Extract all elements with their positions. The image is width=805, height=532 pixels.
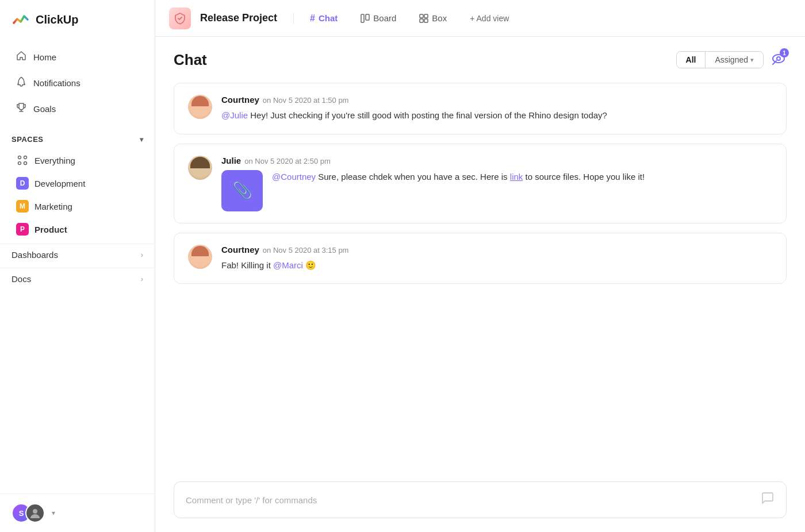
message-3-emoji: 🙂 (305, 260, 316, 270)
svg-point-2 (18, 162, 21, 165)
chat-header: Chat All Assigned ▾ (155, 37, 805, 78)
svg-rect-10 (424, 19, 428, 22)
clickup-logo-icon (12, 10, 30, 29)
user-menu-chevron-icon[interactable]: ▾ (52, 509, 55, 517)
sidebar-goals-label: Goals (33, 104, 56, 114)
sidebar-dashboards[interactable]: Dashboards › (0, 244, 155, 265)
spaces-section-header[interactable]: Spaces ▾ (0, 127, 155, 148)
svg-point-12 (777, 57, 780, 60)
svg-rect-9 (420, 19, 423, 22)
sidebar-home-label: Home (33, 52, 56, 62)
docs-label: Docs (12, 274, 31, 284)
tab-board[interactable]: Board (354, 10, 403, 26)
filter-assigned-tab[interactable]: Assigned ▾ (705, 52, 763, 68)
user-avatars[interactable]: S (12, 503, 45, 523)
message-2-content: @Courtney Sure, please chdek when you ha… (272, 170, 645, 184)
mention-courtney[interactable]: @Courtney (272, 172, 316, 182)
sidebar-item-goals[interactable]: Goals (5, 97, 150, 121)
logo-text: ClickUp (36, 13, 78, 26)
svg-point-0 (18, 156, 21, 159)
logo-area: ClickUp (0, 0, 155, 39)
message-3-content: Fab! Killing it (221, 260, 273, 270)
board-icon (361, 14, 370, 23)
message-1-content: Hey! Just checking if you're still good … (250, 110, 607, 120)
spaces-list: Everything D Development M Marketing P P… (0, 148, 155, 241)
message-3-meta: Courtney on Nov 5 2020 at 3:15 pm (221, 245, 772, 255)
message-2: Julie on Nov 5 2020 at 2:50 pm 📎 @Courtn… (174, 144, 787, 223)
sidebar-item-marketing[interactable]: M Marketing (5, 195, 150, 217)
bell-icon (16, 76, 26, 90)
message-3-time: on Nov 5 2020 at 3:15 pm (263, 246, 349, 255)
message-1: Courtney on Nov 5 2020 at 1:50 pm @Julie… (174, 83, 787, 134)
sidebar-item-development[interactable]: D Development (5, 172, 150, 194)
development-badge: D (16, 177, 29, 190)
sidebar-item-home[interactable]: Home (5, 45, 150, 70)
trophy-icon (16, 102, 26, 115)
watch-button[interactable]: 1 (770, 51, 787, 69)
message-1-time: on Nov 5 2020 at 1:50 pm (263, 96, 349, 105)
tab-box[interactable]: Box (412, 10, 454, 26)
message-3-text: Fab! Killing it @Marci 🙂 (221, 259, 772, 272)
avatar-courtney-1 (188, 95, 212, 119)
tab-box-label: Box (432, 13, 447, 23)
paperclip-icon: 📎 (232, 181, 252, 200)
box-icon (419, 14, 428, 23)
marketing-label: Marketing (34, 202, 72, 211)
comment-placeholder: Comment or type '/' for commands (186, 495, 317, 505)
assigned-chevron-icon: ▾ (750, 56, 754, 64)
sidebar-item-notifications[interactable]: Notifications (5, 71, 150, 95)
product-badge: P (16, 223, 29, 236)
chat-title: Chat (174, 51, 207, 69)
attachment-thumbnail[interactable]: 📎 (221, 170, 263, 211)
message-3-author: Courtney (221, 245, 259, 255)
sidebar-footer: S ▾ (0, 494, 155, 532)
message-3: Courtney on Nov 5 2020 at 3:15 pm Fab! K… (174, 233, 787, 284)
avatar-courtney-2 (188, 245, 212, 269)
watch-badge: 1 (780, 48, 789, 57)
sidebar-item-everything[interactable]: Everything (5, 149, 150, 171)
everything-label: Everything (34, 156, 75, 165)
main-content: Release Project # Chat Board Box + Add v… (155, 0, 805, 532)
tab-divider (293, 13, 294, 24)
docs-chevron-icon: › (141, 275, 143, 283)
dashboards-chevron-icon: › (141, 250, 143, 259)
svg-rect-7 (420, 14, 423, 18)
comment-chat-icon (761, 491, 775, 508)
development-label: Development (34, 179, 85, 188)
svg-point-3 (24, 162, 27, 165)
add-view-label: + Add view (470, 14, 509, 23)
project-title: Release Project (200, 12, 277, 24)
message-2-meta: Julie on Nov 5 2020 at 2:50 pm (221, 156, 772, 165)
mention-julie[interactable]: @Julie (221, 110, 248, 120)
message-2-text: @Courtney Sure, please chdek when you ha… (272, 170, 645, 184)
dashboards-label: Dashboards (12, 250, 58, 260)
sidebar-docs[interactable]: Docs › (0, 268, 155, 290)
filter-all-tab[interactable]: All (677, 52, 706, 68)
sidebar-notifications-label: Notifications (33, 78, 80, 88)
source-link[interactable]: link (510, 172, 523, 182)
topbar: Release Project # Chat Board Box + Add v… (155, 0, 805, 37)
message-2-author: Julie (221, 156, 241, 165)
add-view-button[interactable]: + Add view (463, 10, 516, 26)
message-2-attachment-area: 📎 @Courtney Sure, please chdek when you … (221, 170, 772, 211)
mention-marci[interactable]: @Marci (273, 260, 303, 270)
marketing-badge: M (16, 200, 29, 213)
message-1-body: Courtney on Nov 5 2020 at 1:50 pm @Julie… (221, 95, 772, 122)
svg-point-4 (33, 509, 37, 514)
tab-board-label: Board (373, 13, 396, 23)
project-icon (169, 7, 191, 29)
sidebar-navigation: Home Notifications Goals (0, 39, 155, 127)
tab-chat-label: Chat (319, 13, 338, 23)
svg-rect-5 (361, 14, 364, 22)
messages-container: Courtney on Nov 5 2020 at 1:50 pm @Julie… (155, 78, 805, 472)
everything-icon (16, 154, 29, 167)
comment-input-area[interactable]: Comment or type '/' for commands (174, 481, 787, 518)
message-2-body: Julie on Nov 5 2020 at 2:50 pm 📎 @Courtn… (221, 156, 772, 211)
chat-area: Chat All Assigned ▾ (155, 37, 805, 532)
message-1-text: @Julie Hey! Just checking if you're stil… (221, 109, 772, 122)
tab-chat[interactable]: # Chat (303, 10, 344, 27)
sidebar-item-product[interactable]: P Product (5, 218, 150, 240)
chat-header-right: All Assigned ▾ 1 (676, 51, 787, 69)
avatar-julie (188, 156, 212, 180)
spaces-label: Spaces (12, 135, 44, 144)
